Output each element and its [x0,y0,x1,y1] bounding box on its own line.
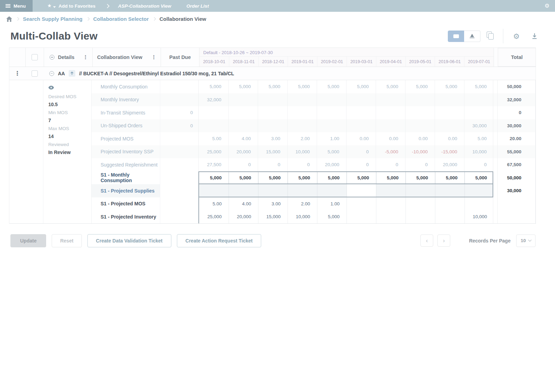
value-cell: 20,000 [435,158,464,171]
value-cell[interactable] [464,197,494,211]
details-column-menu-icon[interactable]: ⋮ [83,54,92,60]
value-cell[interactable]: 10,000 [288,210,317,223]
value-cell: 5.00 [199,132,228,145]
value-cell[interactable]: 4.00 [229,197,258,211]
value-cell[interactable]: 20,000 [229,210,258,223]
eye-icon[interactable] [48,86,91,90]
home-icon[interactable] [6,16,12,22]
value-cell[interactable]: 2.00 [288,197,317,211]
value-cell: 5,000 [435,80,464,93]
value-cell[interactable] [376,184,405,197]
tab-order-list[interactable]: Order List [187,3,209,9]
date-column-header: 2019-06-01 [435,57,464,67]
value-cell [376,93,405,106]
value-cell[interactable]: 1.00 [317,197,347,211]
past-due-value [160,171,198,185]
next-page-button[interactable]: › [437,235,450,247]
value-cell [346,106,376,119]
value-cell: 5,000 [405,80,435,93]
value-cell [287,106,317,119]
details-field-value: In Review [48,148,91,156]
tab-asp-collaboration-view[interactable]: ASP-Collaboration View [118,3,171,9]
collapse-all-icon[interactable] [50,55,54,60]
value-cell: 5,000 [464,80,494,93]
value-cell[interactable]: 5,000 [288,172,317,184]
value-cell[interactable]: 5,000 [376,172,405,184]
value-cell[interactable]: 5,000 [258,172,288,184]
value-cell[interactable] [347,210,376,223]
gear-icon[interactable]: ⚙ [545,3,549,9]
update-button[interactable]: Update [10,234,46,247]
table-view-toggle-button[interactable] [448,31,464,42]
value-cell[interactable] [347,184,376,197]
select-all-checkbox[interactable] [32,54,38,60]
value-cell[interactable] [405,197,435,211]
table-row: Projected Inventory SSP25,00020,00015,00… [92,145,536,159]
table-view-icon [453,34,459,38]
hamburger-icon [6,4,10,8]
value-cell[interactable] [376,197,405,211]
date-column-header: 2018-12-01 [258,57,288,67]
value-cell[interactable]: 5,000 [229,172,258,184]
copy-icon[interactable] [488,33,493,39]
details-field-value: 10.5 [48,101,91,109]
value-cell[interactable]: 5,000 [435,172,464,184]
settings-gear-icon[interactable]: ⚙ [513,33,520,40]
prev-page-button[interactable]: ‹ [420,235,433,247]
create-action-request-ticket-button[interactable]: Create Action Request Ticket [177,234,262,247]
table-header: Details ⋮ Collaboration View ⋮ Past Due … [9,48,536,67]
breadcrumb-collaboration-selector[interactable]: Collaboration Selector [93,16,149,22]
past-due-value [160,132,198,145]
value-cell[interactable] [464,184,494,197]
download-icon[interactable] [531,33,538,40]
header-checkbox-cell [25,48,44,67]
value-cell[interactable]: 5,000 [347,172,376,184]
value-cell[interactable]: 5,000 [405,172,435,184]
value-cell[interactable]: 5,000 [317,210,347,223]
value-cell[interactable] [288,184,317,197]
value-cell[interactable]: 5,000 [317,172,347,184]
value-cell[interactable] [229,184,258,197]
value-cell[interactable] [376,210,405,223]
value-cell[interactable]: 3.00 [258,197,288,211]
header-gap [494,48,498,67]
collab-view-column-menu-icon[interactable]: ⋮ [151,54,161,60]
view-toggle-group [448,31,480,42]
reset-button[interactable]: Reset [52,234,82,247]
value-cell[interactable] [435,184,464,197]
value-cell[interactable]: 5.00 [199,197,229,211]
group-row-checkbox[interactable] [32,70,38,77]
value-cell[interactable] [405,210,435,223]
value-cell [258,93,287,106]
chart-view-toggle-button[interactable] [464,31,480,42]
value-cell[interactable]: 10,000 [464,210,494,223]
table-row: S1 - Projected Supplies30,000 [92,184,536,197]
value-cell[interactable] [405,184,435,197]
add-to-favorites-button[interactable]: ★ Add to Favorites [47,3,95,9]
value-cell [435,119,464,133]
value-cell [464,106,494,119]
value-cell[interactable] [317,184,347,197]
total-value: 30,000 [497,184,536,197]
value-cell[interactable]: 25,000 [199,210,229,223]
value-cell[interactable]: 5,000 [199,172,229,184]
collapse-group-icon[interactable] [49,71,54,76]
top-navbar: Menu ★ Add to Favorites ASP-Collaboratio… [0,0,555,12]
value-cell[interactable]: 15,000 [258,210,288,223]
records-per-page-select[interactable]: 10 [516,235,536,247]
value-cell: 0 [346,145,376,159]
value-cell[interactable]: 5,000 [464,172,494,184]
row-menu-icon[interactable]: ⋮ [15,70,20,76]
breadcrumb-search-supply-planning[interactable]: Search Supply Planning [23,16,83,22]
menu-button[interactable]: Menu [0,0,33,12]
upload-icon[interactable] [69,70,75,77]
value-cell[interactable] [435,210,464,223]
value-cell[interactable] [258,184,288,197]
breadcrumb-collaboration-view: Collaboration View [160,16,206,22]
value-cell[interactable] [199,184,229,197]
value-cell [376,106,405,119]
value-cell[interactable] [347,197,376,211]
value-cell[interactable] [435,197,464,211]
value-cell: 5,000 [317,80,346,93]
create-data-validation-ticket-button[interactable]: Create Data Validation Ticket [87,234,171,247]
